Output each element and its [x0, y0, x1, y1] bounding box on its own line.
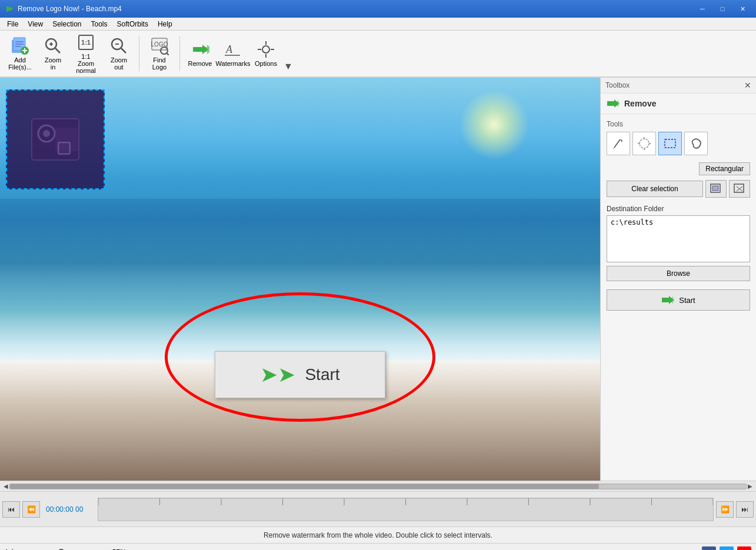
svg-point-43: [640, 139, 649, 148]
timeline-next-button[interactable]: ⏩: [716, 501, 734, 518]
logo-selection-overlay[interactable]: [6, 89, 105, 189]
close-button[interactable]: ✕: [734, 3, 751, 15]
title-bar: Remove Logo Now! - Beach.mp4 ─ □ ✕: [0, 0, 756, 18]
bottom-zoom-11: 1:1: [5, 548, 15, 551]
toolbox-remove-header: Remove: [601, 94, 756, 114]
tool-lasso-button[interactable]: [684, 132, 708, 155]
zoom-out-button[interactable]: Zoomout: [104, 34, 134, 74]
remove-label: Remove: [188, 60, 212, 67]
select-all-button[interactable]: [705, 180, 727, 198]
tool-magic-button[interactable]: [632, 132, 656, 155]
svg-line-49: [692, 144, 694, 145]
clear-selection-button[interactable]: Clear selection: [607, 181, 703, 197]
zoom-out-icon: [109, 36, 128, 55]
options-label: Options: [255, 60, 277, 67]
toolbox-start-button[interactable]: Start: [607, 289, 750, 311]
twitter-icon[interactable]: t: [720, 546, 734, 551]
timeline-last-button[interactable]: ⏭: [736, 501, 754, 518]
remove-icon: [191, 40, 209, 59]
toolbox-header: Toolbox ✕: [601, 78, 756, 94]
svg-rect-51: [712, 186, 718, 191]
zoom-minus-icon: −: [19, 548, 24, 551]
zoom-level-display: 57%: [112, 548, 126, 551]
svg-marker-1: [9, 6, 14, 12]
find-logo-icon: LOGO: [150, 36, 169, 55]
maximize-button[interactable]: □: [714, 3, 731, 15]
toolbox-start-label: Start: [679, 296, 695, 305]
svg-text:1:1: 1:1: [81, 39, 91, 46]
toolbar-sep-2: [179, 36, 180, 71]
svg-line-18: [121, 48, 126, 53]
horizontal-scrollbar[interactable]: [9, 484, 747, 489]
toolbox-panel: Toolbox ✕ Remove Tools: [600, 78, 756, 481]
deselect-button[interactable]: [729, 180, 750, 198]
menu-softorbits[interactable]: SoftOrbits: [112, 19, 153, 29]
find-logo-button[interactable]: LOGO FindLogo: [144, 34, 175, 74]
svg-rect-48: [665, 139, 675, 148]
zoom-in-button[interactable]: Zoomin: [38, 34, 68, 74]
remove-button[interactable]: Remove: [185, 34, 215, 74]
toolbar-more-button[interactable]: ▼: [284, 61, 293, 72]
video-frame: ➤➤ Start: [0, 78, 600, 481]
svg-line-42: [613, 148, 614, 149]
app-icon: [5, 4, 14, 14]
window-title: Remove Logo Now! - Beach.mp4: [18, 5, 694, 13]
facebook-icon[interactable]: f: [702, 546, 716, 551]
scrollbar-area: ◀ ▶: [0, 481, 756, 491]
scroll-right-button[interactable]: ▶: [747, 483, 754, 489]
sun-glow: [459, 89, 529, 160]
toolbox-body: Tools: [601, 114, 756, 481]
zoom-controls: − +: [19, 548, 103, 551]
start-button-overlay[interactable]: ➤➤ Start: [215, 351, 385, 398]
watermarks-button[interactable]: A Watermarks: [218, 34, 248, 74]
scroll-left-button[interactable]: ◀: [2, 483, 9, 489]
browse-button[interactable]: Browse: [607, 266, 750, 281]
start-overlay-label: Start: [305, 365, 339, 384]
watermarks-icon: A: [224, 40, 242, 59]
zoom-normal-label: 1:1Zoomnormal: [76, 53, 96, 74]
tools-label: Tools: [607, 120, 750, 128]
timeline-ruler[interactable]: [98, 498, 714, 521]
menu-help[interactable]: Help: [153, 19, 177, 29]
canvas-area: ➤➤ Start: [0, 78, 600, 481]
zoom-in-icon: [44, 36, 62, 55]
bottom-bar: 1:1 − + 57% f t ▶: [0, 543, 756, 550]
clear-selection-row: Clear selection: [607, 180, 750, 198]
remove-arrow-icon: [607, 98, 620, 109]
minimize-button[interactable]: ─: [694, 3, 711, 15]
svg-rect-37: [59, 144, 69, 153]
watermarks-label: Watermarks: [216, 60, 251, 67]
status-bar: Remove watermark from the whole video. D…: [0, 526, 756, 543]
toolbox-start-icon: [661, 295, 674, 305]
options-button[interactable]: Options: [251, 34, 281, 74]
timeline-area: ⏮ ⏪ 00:00:00 00 ⏩ ⏭: [0, 491, 756, 526]
shape-label-button[interactable]: Rectangular: [699, 162, 750, 175]
svg-text:A: A: [225, 44, 233, 55]
toolbox-close-button[interactable]: ✕: [744, 81, 751, 89]
menu-view[interactable]: View: [23, 19, 48, 29]
tool-icons-row: [607, 132, 750, 155]
svg-line-13: [55, 48, 60, 53]
menu-selection[interactable]: Selection: [48, 19, 86, 29]
destination-folder-input[interactable]: c:\results: [607, 215, 750, 262]
tool-pencil-button[interactable]: [607, 132, 630, 155]
shape-label-row: Rectangular: [607, 162, 750, 175]
menu-file[interactable]: File: [2, 19, 23, 29]
zoom-normal-button[interactable]: 1:1 1:1Zoomnormal: [71, 34, 101, 74]
window-controls: ─ □ ✕: [694, 3, 751, 15]
add-files-button[interactable]: AddFile(s)...: [5, 34, 35, 74]
timeline-prev-button[interactable]: ⏪: [22, 501, 40, 518]
youtube-icon[interactable]: ▶: [737, 546, 751, 551]
timeline-first-button[interactable]: ⏮: [2, 501, 20, 518]
menu-tools[interactable]: Tools: [86, 19, 112, 29]
add-files-label: AddFile(s)...: [8, 56, 32, 71]
menu-bar: File View Selection Tools SoftOrbits Hel…: [0, 18, 756, 31]
toolbar-sep-1: [139, 36, 139, 71]
scrollbar-thumb[interactable]: [10, 484, 599, 489]
svg-text:LOGO: LOGO: [151, 41, 168, 48]
toolbox-remove-title: Remove: [624, 99, 656, 108]
svg-line-22: [167, 54, 169, 56]
timecode-display: 00:00:00 00: [42, 504, 95, 515]
find-logo-label: FindLogo: [152, 56, 166, 71]
tool-rect-button[interactable]: [658, 132, 682, 155]
